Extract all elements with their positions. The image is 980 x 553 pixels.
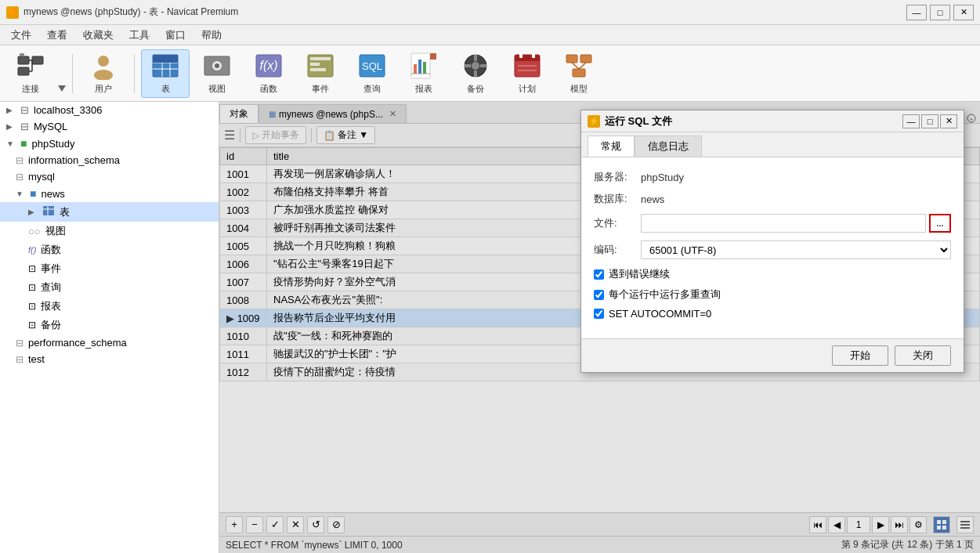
menu-help[interactable]: 帮助 xyxy=(193,27,230,44)
toolbar-sep-1 xyxy=(72,54,73,93)
toolbar-schedule[interactable]: 计划 xyxy=(503,49,551,98)
window-controls: — □ ✕ xyxy=(906,5,974,20)
database-value: news xyxy=(641,193,664,205)
menu-file[interactable]: 文件 xyxy=(3,27,39,44)
toolbar-model[interactable]: 模型 xyxy=(555,49,603,98)
svg-rect-42 xyxy=(532,53,535,58)
sidebar-item-phpstudy[interactable]: ▼ ■ phpStudy xyxy=(0,135,219,152)
multiple-queries-checkbox[interactable] xyxy=(594,290,604,300)
svg-rect-24 xyxy=(310,68,326,71)
continue-on-error-checkbox[interactable] xyxy=(594,269,604,280)
svg-point-8 xyxy=(98,56,109,67)
sidebar-item-performance-schema[interactable]: ⊟ performance_schema xyxy=(0,334,219,351)
report-icon xyxy=(410,52,438,80)
view-icon xyxy=(203,52,231,80)
menu-favorites[interactable]: 收藏夹 xyxy=(75,27,121,44)
svg-rect-29 xyxy=(418,60,421,74)
svg-rect-50 xyxy=(43,206,54,215)
svg-rect-6 xyxy=(20,53,24,56)
dialog-overlay: ⚡ 运行 SQL 文件 — □ ✕ 常规 信息日志 xyxy=(219,102,980,553)
dialog-controls: — □ ✕ xyxy=(902,114,957,128)
phpstudy-icon: ■ xyxy=(20,137,27,150)
menu-tools[interactable]: 工具 xyxy=(121,27,157,44)
model-icon xyxy=(565,52,593,80)
sidebar-item-backups[interactable]: ⊡ 备份 xyxy=(0,316,219,334)
server-icon: ⊟ xyxy=(20,104,29,116)
maximize-button[interactable]: □ xyxy=(930,5,950,20)
sidebar-item-queries[interactable]: ⊡ 查询 xyxy=(0,278,219,297)
server-row: 服务器: phpStudy xyxy=(594,170,951,184)
tree-arrow: ▶ xyxy=(6,122,16,131)
browse-button[interactable]: ... xyxy=(929,214,951,233)
close-button[interactable]: ✕ xyxy=(953,5,974,20)
toolbar-query[interactable]: SQL 查询 xyxy=(348,49,396,98)
close-dialog-button[interactable]: 关闭 xyxy=(895,345,951,366)
svg-rect-38 xyxy=(480,64,486,67)
dialog-tab-log[interactable]: 信息日志 xyxy=(635,136,702,157)
svg-rect-37 xyxy=(465,64,471,67)
dialog-icon: ⚡ xyxy=(588,115,600,128)
toolbar-func[interactable]: f(x) 函数 xyxy=(244,49,293,98)
sidebar-item-tables[interactable]: ▶ 表 xyxy=(0,202,219,222)
dialog-title-bar: ⚡ 运行 SQL 文件 — □ ✕ xyxy=(581,110,964,132)
sidebar-item-information-schema[interactable]: ⊟ information_schema xyxy=(0,152,219,168)
checkbox-autocommit: SET AUTOCOMMIT=0 xyxy=(594,308,951,320)
svg-rect-41 xyxy=(519,53,523,58)
event-icon xyxy=(306,52,335,80)
autocommit-checkbox[interactable] xyxy=(594,309,604,319)
toolbar-report[interactable]: 报表 xyxy=(400,49,448,98)
svg-point-34 xyxy=(472,62,479,70)
svg-marker-7 xyxy=(58,85,66,92)
connect-dropdown[interactable] xyxy=(58,49,66,98)
sidebar-item-mysql-db[interactable]: ⊟ mysql xyxy=(0,168,219,185)
user-icon xyxy=(89,52,118,80)
svg-rect-0 xyxy=(18,56,29,64)
tree-arrow: ▼ xyxy=(6,139,16,148)
toolbar-view[interactable]: 视图 xyxy=(193,49,241,98)
dialog-close-btn[interactable]: ✕ xyxy=(940,114,957,128)
backup-icon: ⊡ xyxy=(28,320,36,331)
encoding-row: 编码: 65001 (UTF-8) xyxy=(594,240,951,259)
sidebar-item-events[interactable]: ⊡ 事件 xyxy=(0,259,219,278)
sidebar-item-news[interactable]: ▼ ■ news xyxy=(0,185,219,202)
svg-rect-28 xyxy=(414,64,417,74)
sidebar-item-functions[interactable]: f() 函数 xyxy=(0,240,219,259)
main-area: ▶ ⊟ localhost_3306 ▶ ⊟ MySQL ▼ ■ phpStud… xyxy=(0,102,980,553)
minimize-button[interactable]: — xyxy=(906,5,927,20)
dialog-maximize-btn[interactable]: □ xyxy=(921,114,938,128)
svg-rect-23 xyxy=(310,63,320,66)
menu-window[interactable]: 窗口 xyxy=(157,27,193,44)
svg-rect-1 xyxy=(32,56,43,64)
menu-view[interactable]: 查看 xyxy=(39,27,75,44)
toolbar-table[interactable]: 表 xyxy=(141,49,190,98)
database-label: 数据库: xyxy=(594,192,641,206)
autocommit-label: SET AUTOCOMMIT=0 xyxy=(609,308,711,320)
continue-on-error-label: 遇到错误继续 xyxy=(609,267,670,281)
svg-point-9 xyxy=(94,70,113,80)
schedule-icon xyxy=(513,52,541,80)
sidebar-item-test[interactable]: ⊟ test xyxy=(0,351,219,367)
sidebar-item-mysql-server[interactable]: ▶ ⊟ MySQL xyxy=(0,118,219,135)
svg-rect-15 xyxy=(153,55,178,63)
encoding-select[interactable]: 65001 (UTF-8) xyxy=(641,240,951,259)
sidebar-item-reports[interactable]: ⊡ 报表 xyxy=(0,297,219,316)
sidebar-item-views[interactable]: ○○ 视图 xyxy=(0,222,219,240)
toolbar-connect[interactable]: 连接 xyxy=(6,49,55,98)
db-icon: ⊟ xyxy=(16,354,24,365)
sidebar-item-localhost[interactable]: ▶ ⊟ localhost_3306 xyxy=(0,102,219,118)
dialog-footer: 开始 关闭 xyxy=(581,338,964,372)
dialog-tab-general[interactable]: 常规 xyxy=(588,136,635,157)
encoding-label: 编码: xyxy=(594,243,641,257)
toolbar-event[interactable]: 事件 xyxy=(296,49,345,98)
db-icon: ⊟ xyxy=(16,172,24,183)
query-icon: SQL xyxy=(358,52,386,80)
run-sql-dialog: ⚡ 运行 SQL 文件 — □ ✕ 常规 信息日志 xyxy=(580,110,964,373)
file-input[interactable] xyxy=(641,214,926,233)
toolbar-backup[interactable]: 备份 xyxy=(451,49,500,98)
start-button[interactable]: 开始 xyxy=(832,345,888,366)
server-icon: ⊟ xyxy=(20,121,29,132)
toolbar-user[interactable]: 用户 xyxy=(79,49,128,98)
svg-point-18 xyxy=(215,63,219,68)
svg-line-48 xyxy=(572,63,579,69)
dialog-minimize-btn[interactable]: — xyxy=(902,114,920,128)
